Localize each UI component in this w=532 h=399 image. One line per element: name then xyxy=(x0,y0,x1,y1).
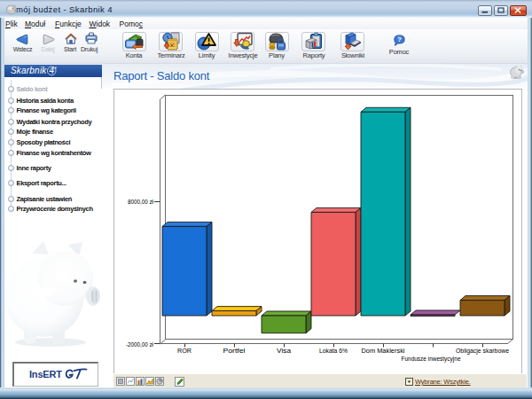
svg-text:Lokata 6%: Lokata 6% xyxy=(319,347,348,355)
svg-text:8000,00 zł: 8000,00 zł xyxy=(128,198,153,206)
svg-text:ROR: ROR xyxy=(177,347,192,355)
svg-text:-2000,00 zł: -2000,00 zł xyxy=(126,340,153,348)
svg-text:Obligacje skarbowe: Obligacje skarbowe xyxy=(456,347,509,355)
svg-text:Visa: Visa xyxy=(277,347,292,355)
svg-text:Portfel: Portfel xyxy=(223,347,246,355)
svg-text:Fundusze inwestycyjne: Fundusze inwestycyjne xyxy=(402,355,461,363)
svg-text:Dom Maklerski: Dom Maklerski xyxy=(362,347,405,355)
